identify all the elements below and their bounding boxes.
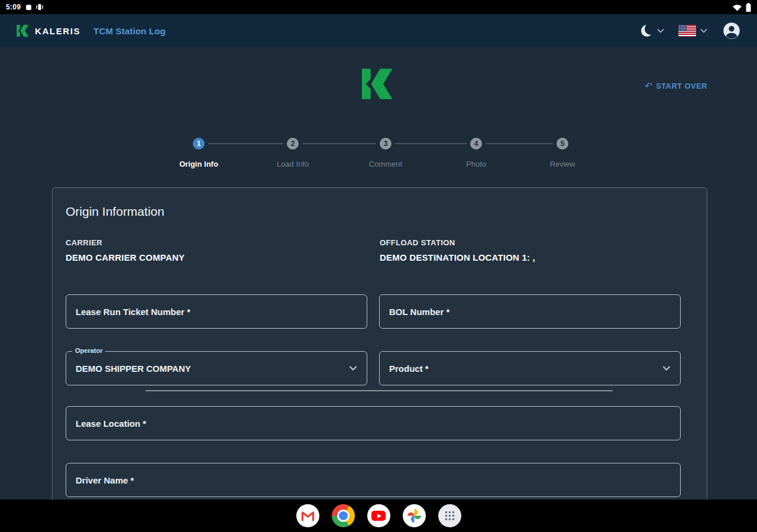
app-header: KALERIS TCM Station Log: [0, 14, 757, 47]
step-label: Load Info: [251, 160, 334, 168]
main-content: ↶ START OVER 1 Origin Info 2 Load Info 3…: [0, 47, 757, 499]
dark-mode-icon[interactable]: [641, 25, 653, 37]
lease-location-input[interactable]: Lease Location *: [66, 406, 681, 440]
step-label: Origin Info: [157, 160, 240, 168]
step-circle: 5: [557, 138, 568, 150]
driver-name-input[interactable]: Driver Name *: [66, 463, 681, 497]
chevron-down-icon: [349, 366, 357, 371]
android-dock: [0, 499, 757, 532]
carrier-info: CARRIER DEMO CARRIER COMPANY: [66, 238, 185, 262]
vibrate-icon: [35, 4, 44, 11]
kaleris-logo-large: [362, 69, 395, 102]
field-label: Driver Name *: [76, 475, 134, 485]
step-load-info[interactable]: 2 Load Info: [251, 138, 334, 168]
youtube-icon[interactable]: [367, 504, 390, 527]
chrome-center: [339, 511, 348, 520]
step-circle: 2: [287, 138, 299, 150]
step-label: Comment: [344, 160, 427, 168]
brand-name: KALERIS: [35, 26, 80, 36]
undo-icon: ↶: [645, 82, 653, 90]
app-drawer-icon[interactable]: [438, 504, 461, 527]
step-label: Review: [521, 160, 604, 168]
step-origin-info[interactable]: 1 Origin Info: [157, 138, 240, 168]
step-circle: 4: [470, 138, 482, 150]
screen: 5:09 KALERIS TCM Station Log: [0, 0, 757, 532]
status-notification-icons: [25, 4, 44, 11]
chrome-ring: [337, 510, 350, 522]
header-actions: [641, 22, 740, 40]
field-label: Product *: [389, 364, 429, 374]
kaleris-logo-icon: [17, 25, 30, 37]
carrier-value: DEMO CARRIER COMPANY: [66, 252, 185, 262]
field-label: Lease Run Ticket Number *: [76, 307, 190, 317]
lease-run-ticket-number-input[interactable]: Lease Run Ticket Number *: [66, 294, 367, 329]
start-over-button[interactable]: ↶ START OVER: [645, 82, 707, 90]
step-comment[interactable]: 3 Comment: [344, 138, 427, 168]
bol-number-input[interactable]: BOL Number *: [379, 294, 681, 329]
operator-select[interactable]: Operator DEMO SHIPPER COMPANY: [66, 351, 367, 385]
battery-icon: [746, 3, 751, 12]
gmail-icon[interactable]: [296, 504, 319, 527]
play-icon: [377, 514, 381, 518]
operator-value: DEMO SHIPPER COMPANY: [76, 364, 191, 374]
app-title: TCM Station Log: [93, 26, 166, 36]
origin-information-card: Origin Information CARRIER DEMO CARRIER …: [52, 187, 707, 499]
step-circle: 1: [193, 138, 205, 150]
step-circle: 3: [380, 138, 392, 150]
step-photo[interactable]: 4 Photo: [435, 138, 517, 168]
offload-station-info: OFFLOAD STATION DEMO DESTINATION LOCATIO…: [380, 238, 535, 262]
chevron-down-icon: [662, 366, 671, 371]
offload-station-label: OFFLOAD STATION: [380, 238, 535, 247]
offload-station-value: DEMO DESTINATION LOCATION 1: ,: [380, 252, 535, 262]
field-label: Lease Location *: [76, 419, 146, 429]
step-label: Photo: [435, 160, 517, 168]
product-select[interactable]: Product *: [379, 351, 681, 385]
carrier-label: CARRIER: [66, 238, 185, 247]
status-bar: 5:09: [0, 0, 757, 14]
status-system-icons: [732, 3, 751, 12]
chevron-down-icon[interactable]: [657, 28, 664, 33]
status-time: 5:09: [6, 3, 21, 11]
youtube-play-rect: [371, 511, 386, 521]
wifi-icon: [732, 3, 742, 12]
account-icon[interactable]: [723, 22, 740, 40]
chrome-icon[interactable]: [332, 504, 355, 527]
step-review[interactable]: 5 Review: [521, 138, 604, 168]
card-title: Origin Information: [66, 205, 164, 219]
start-over-label: START OVER: [656, 82, 707, 90]
notification-icon: [25, 4, 32, 11]
field-label: BOL Number *: [389, 307, 449, 317]
language-flag-us[interactable]: [678, 25, 696, 37]
divider: [145, 390, 613, 391]
photos-icon[interactable]: [403, 504, 426, 527]
chevron-down-icon[interactable]: [700, 28, 707, 33]
operator-floating-label: Operator: [72, 347, 105, 354]
